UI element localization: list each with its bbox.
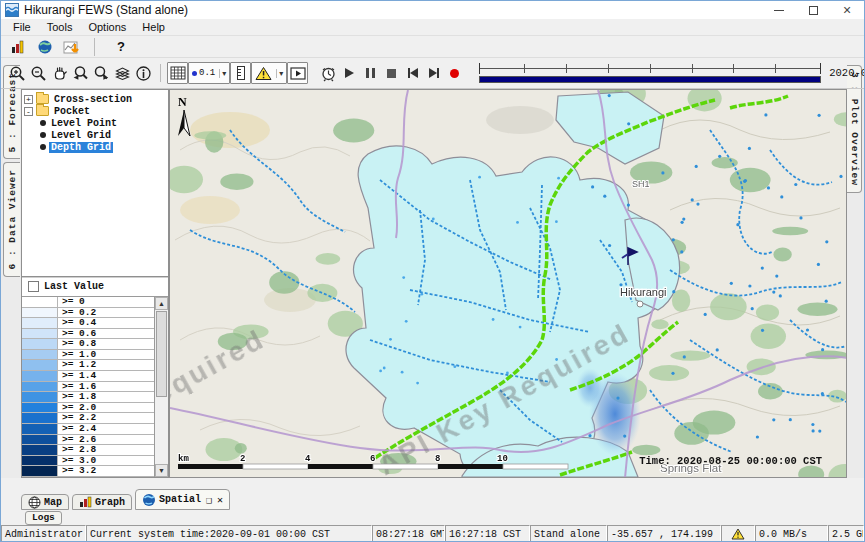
status-warning[interactable] [721,525,755,542]
status-bar: Administrator Current system time:2020-0… [1,525,864,542]
explorer-chart-icon[interactable] [7,36,28,58]
maximize-button[interactable] [796,1,830,19]
map-canvas[interactable]: API Key Required API Key Required N Hiku… [170,90,847,478]
tree-item-cross-section[interactable]: + Cross-section [24,93,166,105]
tree-item-depth-grid[interactable]: Depth Grid [40,141,166,153]
zoom-out-icon[interactable] [28,62,49,84]
legend-swatch [22,466,58,476]
legend-row-label: >= 1.6 [58,382,96,392]
tree-item-level-grid[interactable]: Level Grid [40,129,166,141]
close-button[interactable]: × [830,1,864,19]
tree-item-label[interactable]: Pocket [52,106,92,117]
right-tab-strip: 3 : Plot Overview [847,89,864,478]
scroll-up-icon[interactable]: ▲ [155,297,168,310]
warning-icon [731,528,745,540]
time-slider[interactable] [479,63,821,83]
chevron-down-icon[interactable]: ▾ [219,69,226,78]
tree-item-label-selected[interactable]: Depth Grid [49,142,113,153]
legend-swatch [22,297,58,307]
chevron-down-icon[interactable]: ▾ [276,69,283,78]
logs-button[interactable]: Logs [25,511,62,525]
legend-row-label: >= 0 [58,297,85,307]
warning-icon [255,66,272,81]
tree-item-label[interactable]: Cross-section [52,94,134,105]
legend-row-label: >= 0.4 [58,318,96,328]
info-icon[interactable] [133,62,154,84]
legend-row-label: >= 2.2 [58,413,96,423]
title-bar: Hikurangi FEWS (Stand alone) × [1,1,864,19]
help-icon[interactable]: ? [117,39,125,54]
map-view[interactable]: API Key Required API Key Required N Hiku… [169,89,847,478]
tree-item-label[interactable]: Level Point [49,118,119,129]
tree-item-pocket[interactable]: - Pocket [24,105,166,117]
globe-icon[interactable] [34,36,55,58]
scrollbar-thumb[interactable] [156,311,167,397]
tab-data-viewer[interactable]: 6 : Data Viewer [3,162,20,277]
pause-icon[interactable] [360,62,381,84]
zoom-previous-icon[interactable] [70,62,91,84]
legend-swatch [22,413,58,423]
step-forward-icon[interactable] [423,62,444,84]
scroll-down-icon[interactable]: ▼ [155,464,168,477]
node-bullet-icon [40,144,46,150]
undock-tab-icon[interactable]: ❑ [206,494,212,506]
time-slider-track[interactable] [479,63,821,74]
tab-graph[interactable]: Graph [72,494,132,510]
status-transfer-rate: 0.0 MB/s [755,525,828,542]
legend-row-label: >= 2.0 [58,403,96,413]
svg-text:8: 8 [435,454,440,464]
zoom-next-icon[interactable] [91,62,112,84]
menu-options[interactable]: Options [80,21,134,33]
legend-row-label: >= 2.8 [58,445,96,455]
layers-icon[interactable] [112,62,133,84]
animation-settings-icon[interactable] [318,62,339,84]
legend-row-label: >= 2.6 [58,435,96,445]
tree-item-label[interactable]: Level Grid [49,130,113,141]
legend-scrollbar[interactable]: ▲ ▼ [154,297,168,477]
time-slider-period-bar[interactable] [479,76,821,83]
legend-color-table: >= 0>= 0.2>= 0.4>= 0.6>= 0.8>= 1.0>= 1.2… [22,297,154,477]
legend-row-label: >= 1.8 [58,392,96,402]
play-icon[interactable] [339,62,360,84]
legend-swatch [22,339,58,349]
last-value-checkbox[interactable] [28,281,39,292]
legend-swatch [22,435,58,445]
display-tabs: Map Graph Spatial ❑ ✕ [1,488,864,510]
point-size-icon [192,71,197,76]
node-bullet-icon [40,132,46,138]
legend-row[interactable]: >= 0 [22,297,154,308]
menu-help[interactable]: Help [134,21,173,33]
status-mode: Stand alone [530,525,607,542]
tab-spatial[interactable]: Spatial ❑ ✕ [135,489,230,510]
stop-icon[interactable] [381,62,402,84]
pan-hand-icon[interactable] [49,62,70,84]
record-icon[interactable] [444,62,465,84]
folder-icon [36,106,49,116]
minimize-button[interactable] [762,1,796,19]
expander-icon[interactable]: + [24,95,33,104]
spatial-display-icon[interactable] [61,36,82,58]
open-display-icon[interactable] [287,62,308,84]
ruler-icon[interactable] [230,62,251,84]
legend-row-label: >= 1.0 [58,350,96,360]
legend-row-label: >= 1.2 [58,360,96,370]
menu-file[interactable]: File [5,21,39,33]
legend-row-label: >= 0.8 [58,339,96,349]
legend-swatch [22,403,58,413]
status-local-time: 16:27:18 CST [445,525,530,542]
status-gmt-time: 08:27:18 GMT [372,525,445,542]
folder-icon [36,94,49,104]
menu-tools[interactable]: Tools [39,21,81,33]
warning-thresholds-dropdown[interactable]: ▾ [251,62,287,84]
expander-icon[interactable]: - [24,107,33,116]
step-back-icon[interactable] [402,62,423,84]
legend-swatch [22,392,58,402]
legend-row[interactable]: >= 3.2 [22,466,154,477]
threshold-value-dropdown[interactable]: 0.1 ▾ [188,62,230,84]
zoom-in-icon[interactable] [7,62,28,84]
grid-toggle-icon[interactable] [167,62,188,84]
status-coordinates: -35.657 , 174.199 [607,525,721,542]
tree-item-level-point[interactable]: Level Point [40,117,166,129]
tab-map[interactable]: Map [21,494,69,510]
close-tab-icon[interactable]: ✕ [217,494,223,506]
